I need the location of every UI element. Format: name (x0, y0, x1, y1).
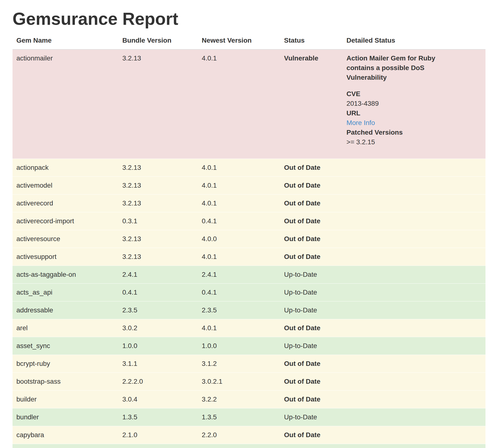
report-page: Gemsurance Report Gem Name Bundle Versio… (0, 0, 498, 448)
cve-label: CVE (346, 90, 360, 97)
bundle-version-cell: 1.0.0 (119, 337, 198, 355)
status-cell: Out of Date (280, 355, 343, 373)
table-row: activemodel 3.2.13 4.0.1 Out of Date (13, 176, 485, 194)
gem-name-cell: activerecord-import (13, 212, 119, 230)
detailed-status-cell (343, 212, 485, 230)
bundle-version-cell (119, 444, 198, 448)
bundle-version-cell: 2.1.0 (119, 426, 198, 444)
status-cell: Out of Date (280, 426, 343, 444)
status-cell: Out of Date (280, 159, 343, 176)
bundle-version-cell: 3.2.13 (119, 176, 198, 194)
status-cell: Out of Date (280, 194, 343, 212)
newest-version-cell: 3.2.2 (198, 390, 280, 408)
detailed-status-cell (343, 194, 485, 212)
detailed-status-cell (343, 230, 485, 248)
bundle-version-cell: 2.4.1 (119, 266, 198, 284)
table-body: actionmailer 3.2.13 4.0.1 Vulnerable Act… (13, 49, 485, 448)
table-row: acts_as_api 0.4.1 0.4.1 Up-to-Date (13, 284, 485, 301)
column-header-bundle-version: Bundle Version (119, 32, 198, 49)
detailed-status-cell (343, 337, 485, 355)
gem-name-cell: acts_as_api (13, 284, 119, 301)
detailed-status-cell (343, 355, 485, 373)
table-row: arel 3.0.2 4.0.1 Out of Date (13, 319, 485, 337)
newest-version-cell: 0.4.1 (198, 284, 280, 301)
gem-name-cell: activerecord (13, 194, 119, 212)
table-row: addressable 2.3.5 2.3.5 Up-to-Date (13, 301, 485, 319)
newest-version-cell: 4.0.1 (198, 176, 280, 194)
newest-version-cell: 2.3.5 (198, 301, 280, 319)
table-row: activesupport 3.2.13 4.0.1 Out of Date (13, 248, 485, 266)
status-cell: Out of Date (280, 248, 343, 266)
bundle-version-cell: 1.3.5 (119, 408, 198, 426)
detailed-status-cell (343, 176, 485, 194)
detailed-status-cell (343, 301, 485, 319)
bundle-version-cell: 0.4.1 (119, 284, 198, 301)
status-cell: Out of Date (280, 212, 343, 230)
newest-version-cell: 4.0.1 (198, 319, 280, 337)
more-info-link[interactable]: More Info (346, 119, 375, 127)
page-title: Gemsurance Report (13, 10, 485, 28)
table-row: activerecord 3.2.13 4.0.1 Out of Date (13, 194, 485, 212)
detailed-status-cell (343, 426, 485, 444)
bundle-version-cell: 3.2.13 (119, 159, 198, 176)
column-header-status: Status (280, 32, 343, 49)
column-header-gem-name: Gem Name (13, 32, 119, 49)
status-cell: Out of Date (280, 319, 343, 337)
newest-version-cell: 2.2.0 (198, 426, 280, 444)
gem-name-cell: actionpack (13, 159, 119, 176)
bundle-version-cell: 3.0.2 (119, 319, 198, 337)
bundle-version-cell: 3.0.4 (119, 390, 198, 408)
gem-name-cell: bcrypt-ruby (13, 355, 119, 373)
table-row: activerecord-import 0.3.1 0.4.1 Out of D… (13, 212, 485, 230)
detailed-status-cell: Action Mailer Gem for Ruby contains a po… (343, 49, 485, 159)
table-row: capybara 2.1.0 2.2.0 Out of Date (13, 426, 485, 444)
patched-versions-value: >= 3.2.15 (346, 138, 375, 146)
newest-version-cell: 3.1.2 (198, 355, 280, 373)
gem-name-cell: bootstrap-sass (13, 373, 119, 390)
detailed-status-cell (343, 408, 485, 426)
status-cell: Up-to-Date (280, 284, 343, 301)
newest-version-cell: 2.4.1 (198, 266, 280, 284)
bundle-version-cell: 3.2.13 (119, 49, 198, 159)
table-row: builder 3.0.4 3.2.2 Out of Date (13, 390, 485, 408)
table-row: actionpack 3.2.13 4.0.1 Out of Date (13, 159, 485, 176)
gem-name-cell: capybara (13, 426, 119, 444)
status-cell (280, 444, 343, 448)
gem-name-cell: activeresource (13, 230, 119, 248)
status-cell: Up-to-Date (280, 266, 343, 284)
table-row: acts-as-taggable-on 2.4.1 2.4.1 Up-to-Da… (13, 266, 485, 284)
status-cell: Out of Date (280, 176, 343, 194)
detailed-status-cell (343, 266, 485, 284)
table-row (13, 444, 485, 448)
detailed-status-cell (343, 159, 485, 176)
newest-version-cell: 1.0.0 (198, 337, 280, 355)
newest-version-cell: 4.0.1 (198, 248, 280, 266)
bundle-version-cell: 2.3.5 (119, 301, 198, 319)
bundle-version-cell: 0.3.1 (119, 212, 198, 230)
newest-version-cell (198, 444, 280, 448)
newest-version-cell: 1.3.5 (198, 408, 280, 426)
table-row: asset_sync 1.0.0 1.0.0 Up-to-Date (13, 337, 485, 355)
cve-value: 2013-4389 (346, 100, 379, 107)
newest-version-cell: 4.0.1 (198, 159, 280, 176)
bundle-version-cell: 3.2.13 (119, 248, 198, 266)
gem-name-cell: asset_sync (13, 337, 119, 355)
newest-version-cell: 3.0.2.1 (198, 373, 280, 390)
patched-versions-label: Patched Versions (346, 129, 403, 136)
table-row: actionmailer 3.2.13 4.0.1 Vulnerable Act… (13, 49, 485, 159)
status-cell: Out of Date (280, 373, 343, 390)
bundle-version-cell: 3.1.1 (119, 355, 198, 373)
newest-version-cell: 4.0.0 (198, 230, 280, 248)
column-header-detailed-status: Detailed Status (343, 32, 485, 49)
bundle-version-cell: 3.2.13 (119, 230, 198, 248)
gem-name-cell: acts-as-taggable-on (13, 266, 119, 284)
gem-name-cell: actionmailer (13, 49, 119, 159)
status-cell: Up-to-Date (280, 337, 343, 355)
detailed-status-cell (343, 373, 485, 390)
table-header: Gem Name Bundle Version Newest Version S… (13, 32, 485, 49)
gems-table: Gem Name Bundle Version Newest Version S… (13, 32, 485, 448)
url-label: URL (346, 109, 360, 117)
detailed-status-cell (343, 284, 485, 301)
table-row: bootstrap-sass 2.2.2.0 3.0.2.1 Out of Da… (13, 373, 485, 390)
table-row: bcrypt-ruby 3.1.1 3.1.2 Out of Date (13, 355, 485, 373)
